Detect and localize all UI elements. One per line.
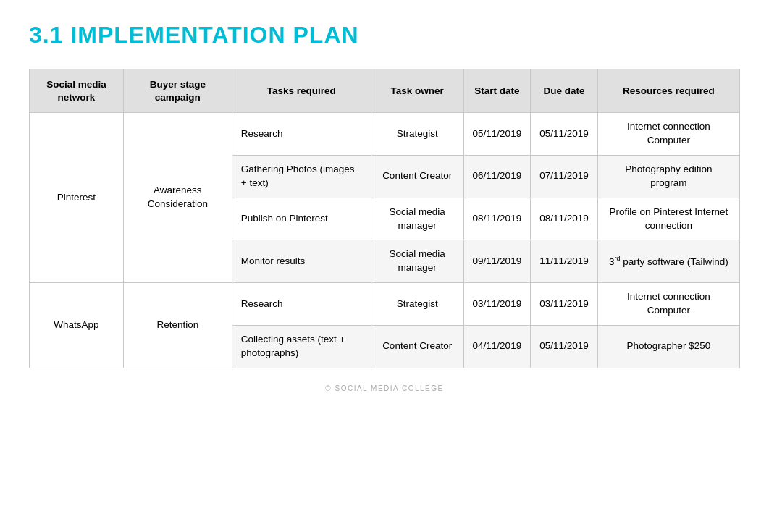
table-row: PinterestAwareness ConsiderationResearch… bbox=[30, 113, 740, 156]
table-row: WhatsAppRetentionResearchStrategist03/11… bbox=[30, 283, 740, 326]
col-header-social-media: Social media network bbox=[30, 69, 124, 113]
cell-task: Publish on Pinterest bbox=[232, 198, 371, 240]
col-header-resources: Resources required bbox=[597, 69, 739, 113]
cell-social-media: Pinterest bbox=[30, 113, 124, 283]
col-header-start: Start date bbox=[463, 69, 531, 113]
cell-start-date: 06/11/2019 bbox=[463, 155, 531, 198]
cell-buyer-stage: Awareness Consideration bbox=[123, 113, 232, 283]
cell-start-date: 08/11/2019 bbox=[463, 198, 531, 240]
cell-owner: Strategist bbox=[371, 283, 463, 326]
cell-owner: Social media manager bbox=[371, 240, 463, 283]
cell-owner: Social media manager bbox=[371, 198, 463, 240]
cell-due-date: 11/11/2019 bbox=[531, 240, 598, 283]
cell-due-date: 08/11/2019 bbox=[531, 198, 598, 240]
implementation-table: Social media network Buyer stage campaig… bbox=[29, 69, 740, 368]
cell-start-date: 03/11/2019 bbox=[463, 283, 531, 326]
cell-due-date: 05/11/2019 bbox=[531, 113, 598, 156]
cell-due-date: 05/11/2019 bbox=[531, 326, 598, 368]
cell-task: Gathering Photos (images + text) bbox=[232, 155, 371, 198]
cell-start-date: 04/11/2019 bbox=[463, 326, 531, 368]
cell-task: Research bbox=[232, 283, 371, 326]
cell-resources: Internet connection Computer bbox=[597, 113, 739, 156]
col-header-buyer-stage: Buyer stage campaign bbox=[123, 69, 232, 113]
col-header-owner: Task owner bbox=[371, 69, 463, 113]
cell-owner: Content Creator bbox=[371, 326, 463, 368]
cell-buyer-stage: Retention bbox=[123, 283, 232, 368]
cell-resources: Photography edition program bbox=[597, 155, 739, 198]
cell-resources: Photographer $250 bbox=[597, 326, 739, 368]
footer-text: © SOCIAL MEDIA COLLEGE bbox=[29, 384, 740, 392]
cell-owner: Content Creator bbox=[371, 155, 463, 198]
col-header-tasks: Tasks required bbox=[232, 69, 371, 113]
cell-due-date: 03/11/2019 bbox=[531, 283, 598, 326]
cell-start-date: 05/11/2019 bbox=[463, 113, 531, 156]
cell-task: Monitor results bbox=[232, 240, 371, 283]
cell-task: Research bbox=[232, 113, 371, 156]
cell-owner: Strategist bbox=[371, 113, 463, 156]
cell-resources: Profile on Pinterest Internet connection bbox=[597, 198, 739, 240]
cell-due-date: 07/11/2019 bbox=[531, 155, 598, 198]
col-header-due: Due date bbox=[531, 69, 598, 113]
cell-resources: 3rd party software (Tailwind) bbox=[597, 240, 739, 283]
page-title: 3.1 IMPLEMENTATION PLAN bbox=[29, 22, 740, 48]
cell-social-media: WhatsApp bbox=[30, 283, 124, 368]
cell-start-date: 09/11/2019 bbox=[463, 240, 531, 283]
cell-task: Collecting assets (text + photographs) bbox=[232, 326, 371, 368]
cell-resources: Internet connection Computer bbox=[597, 283, 739, 326]
table-header-row: Social media network Buyer stage campaig… bbox=[30, 69, 740, 113]
